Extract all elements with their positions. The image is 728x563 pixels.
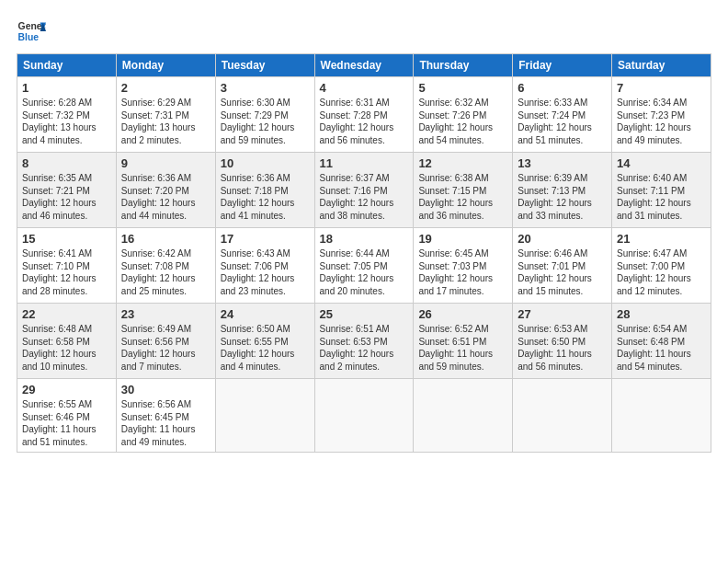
day-info: Sunrise: 6:41 AM Sunset: 7:10 PM Dayligh… bbox=[22, 247, 111, 297]
day-info: Sunrise: 6:34 AM Sunset: 7:23 PM Dayligh… bbox=[617, 97, 706, 146]
day-number: 2 bbox=[121, 81, 210, 95]
weekday-header-row: SundayMondayTuesdayWednesdayThursdayFrid… bbox=[17, 54, 711, 77]
svg-text:Blue: Blue bbox=[18, 32, 40, 42]
day-info: Sunrise: 6:40 AM Sunset: 7:11 PM Dayligh… bbox=[617, 172, 706, 222]
day-number: 25 bbox=[320, 307, 409, 321]
day-info: Sunrise: 6:53 AM Sunset: 6:50 PM Dayligh… bbox=[518, 323, 607, 373]
calendar-cell bbox=[513, 379, 612, 453]
calendar-cell: 20Sunrise: 6:46 AM Sunset: 7:01 PM Dayli… bbox=[513, 228, 612, 304]
weekday-header-saturday: Saturday bbox=[612, 54, 711, 77]
day-number: 29 bbox=[22, 383, 111, 396]
calendar-cell: 28Sunrise: 6:54 AM Sunset: 6:48 PM Dayli… bbox=[612, 304, 711, 379]
day-number: 27 bbox=[518, 307, 607, 321]
day-number: 28 bbox=[617, 307, 706, 321]
weekday-header-wednesday: Wednesday bbox=[314, 54, 414, 77]
calendar-cell: 18Sunrise: 6:44 AM Sunset: 7:05 PM Dayli… bbox=[314, 228, 414, 304]
day-number: 21 bbox=[617, 232, 706, 246]
calendar-cell: 10Sunrise: 6:36 AM Sunset: 7:18 PM Dayli… bbox=[215, 153, 314, 228]
day-number: 19 bbox=[418, 232, 507, 246]
week-row-2: 8Sunrise: 6:35 AM Sunset: 7:21 PM Daylig… bbox=[17, 153, 711, 228]
day-number: 8 bbox=[22, 156, 111, 170]
day-number: 13 bbox=[518, 156, 607, 170]
weekday-header-friday: Friday bbox=[513, 54, 612, 77]
day-info: Sunrise: 6:45 AM Sunset: 7:03 PM Dayligh… bbox=[418, 247, 507, 297]
day-number: 11 bbox=[320, 156, 409, 170]
weekday-header-sunday: Sunday bbox=[17, 54, 117, 77]
day-number: 15 bbox=[22, 232, 111, 246]
day-info: Sunrise: 6:35 AM Sunset: 7:21 PM Dayligh… bbox=[22, 172, 111, 222]
day-info: Sunrise: 6:28 AM Sunset: 7:32 PM Dayligh… bbox=[22, 97, 111, 146]
day-info: Sunrise: 6:42 AM Sunset: 7:08 PM Dayligh… bbox=[121, 247, 210, 297]
day-info: Sunrise: 6:30 AM Sunset: 7:29 PM Dayligh… bbox=[221, 97, 310, 146]
calendar-table: SundayMondayTuesdayWednesdayThursdayFrid… bbox=[17, 53, 711, 453]
day-number: 5 bbox=[418, 81, 507, 95]
calendar-cell: 23Sunrise: 6:49 AM Sunset: 6:56 PM Dayli… bbox=[116, 304, 215, 379]
day-number: 1 bbox=[22, 81, 111, 95]
calendar-cell: 16Sunrise: 6:42 AM Sunset: 7:08 PM Dayli… bbox=[116, 228, 215, 304]
day-info: Sunrise: 6:47 AM Sunset: 7:00 PM Dayligh… bbox=[617, 247, 706, 297]
calendar-cell bbox=[215, 379, 314, 453]
logo-icon: General Blue bbox=[17, 17, 46, 46]
day-info: Sunrise: 6:44 AM Sunset: 7:05 PM Dayligh… bbox=[320, 247, 409, 297]
day-info: Sunrise: 6:48 AM Sunset: 6:58 PM Dayligh… bbox=[22, 323, 111, 373]
day-info: Sunrise: 6:55 AM Sunset: 6:46 PM Dayligh… bbox=[22, 398, 111, 448]
calendar-cell: 13Sunrise: 6:39 AM Sunset: 7:13 PM Dayli… bbox=[513, 153, 612, 228]
day-number: 26 bbox=[418, 307, 507, 321]
day-number: 9 bbox=[121, 156, 210, 170]
day-number: 17 bbox=[221, 232, 310, 246]
calendar-cell: 9Sunrise: 6:36 AM Sunset: 7:20 PM Daylig… bbox=[116, 153, 215, 228]
day-number: 18 bbox=[320, 232, 409, 246]
calendar-cell bbox=[612, 379, 711, 453]
calendar-cell: 15Sunrise: 6:41 AM Sunset: 7:10 PM Dayli… bbox=[17, 228, 117, 304]
day-info: Sunrise: 6:36 AM Sunset: 7:20 PM Dayligh… bbox=[121, 172, 210, 222]
day-info: Sunrise: 6:31 AM Sunset: 7:28 PM Dayligh… bbox=[320, 97, 409, 146]
day-info: Sunrise: 6:51 AM Sunset: 6:53 PM Dayligh… bbox=[320, 323, 409, 373]
day-number: 20 bbox=[518, 232, 607, 246]
calendar-cell bbox=[414, 379, 513, 453]
day-info: Sunrise: 6:52 AM Sunset: 6:51 PM Dayligh… bbox=[418, 323, 507, 373]
day-info: Sunrise: 6:36 AM Sunset: 7:18 PM Dayligh… bbox=[221, 172, 310, 222]
calendar-cell: 4Sunrise: 6:31 AM Sunset: 7:28 PM Daylig… bbox=[314, 77, 414, 153]
day-info: Sunrise: 6:38 AM Sunset: 7:15 PM Dayligh… bbox=[418, 172, 507, 222]
day-number: 14 bbox=[617, 156, 706, 170]
calendar-cell: 27Sunrise: 6:53 AM Sunset: 6:50 PM Dayli… bbox=[513, 304, 612, 379]
day-info: Sunrise: 6:49 AM Sunset: 6:56 PM Dayligh… bbox=[121, 323, 210, 373]
page-container: General Blue SundayMondayTuesdayWednesda… bbox=[0, 0, 728, 462]
calendar-cell: 17Sunrise: 6:43 AM Sunset: 7:06 PM Dayli… bbox=[215, 228, 314, 304]
day-number: 12 bbox=[418, 156, 507, 170]
calendar-cell: 26Sunrise: 6:52 AM Sunset: 6:51 PM Dayli… bbox=[414, 304, 513, 379]
day-number: 30 bbox=[121, 383, 210, 396]
week-row-1: 1Sunrise: 6:28 AM Sunset: 7:32 PM Daylig… bbox=[17, 77, 711, 153]
week-row-3: 15Sunrise: 6:41 AM Sunset: 7:10 PM Dayli… bbox=[17, 228, 711, 304]
calendar-cell: 14Sunrise: 6:40 AM Sunset: 7:11 PM Dayli… bbox=[612, 153, 711, 228]
day-number: 10 bbox=[221, 156, 310, 170]
calendar-cell: 22Sunrise: 6:48 AM Sunset: 6:58 PM Dayli… bbox=[17, 304, 117, 379]
day-info: Sunrise: 6:37 AM Sunset: 7:16 PM Dayligh… bbox=[320, 172, 409, 222]
day-info: Sunrise: 6:43 AM Sunset: 7:06 PM Dayligh… bbox=[221, 247, 310, 297]
weekday-header-tuesday: Tuesday bbox=[215, 54, 314, 77]
day-info: Sunrise: 6:32 AM Sunset: 7:26 PM Dayligh… bbox=[418, 97, 507, 146]
day-number: 23 bbox=[121, 307, 210, 321]
calendar-cell: 19Sunrise: 6:45 AM Sunset: 7:03 PM Dayli… bbox=[414, 228, 513, 304]
day-number: 6 bbox=[518, 81, 607, 95]
logo: General Blue bbox=[17, 17, 50, 46]
day-number: 24 bbox=[221, 307, 310, 321]
calendar-cell: 6Sunrise: 6:33 AM Sunset: 7:24 PM Daylig… bbox=[513, 77, 612, 153]
calendar-cell: 2Sunrise: 6:29 AM Sunset: 7:31 PM Daylig… bbox=[116, 77, 215, 153]
calendar-cell: 24Sunrise: 6:50 AM Sunset: 6:55 PM Dayli… bbox=[215, 304, 314, 379]
day-number: 16 bbox=[121, 232, 210, 246]
week-row-5: 29Sunrise: 6:55 AM Sunset: 6:46 PM Dayli… bbox=[17, 379, 711, 453]
day-info: Sunrise: 6:46 AM Sunset: 7:01 PM Dayligh… bbox=[518, 247, 607, 297]
calendar-cell: 12Sunrise: 6:38 AM Sunset: 7:15 PM Dayli… bbox=[414, 153, 513, 228]
week-row-4: 22Sunrise: 6:48 AM Sunset: 6:58 PM Dayli… bbox=[17, 304, 711, 379]
day-info: Sunrise: 6:39 AM Sunset: 7:13 PM Dayligh… bbox=[518, 172, 607, 222]
calendar-cell: 8Sunrise: 6:35 AM Sunset: 7:21 PM Daylig… bbox=[17, 153, 117, 228]
calendar-cell: 1Sunrise: 6:28 AM Sunset: 7:32 PM Daylig… bbox=[17, 77, 117, 153]
header: General Blue bbox=[17, 17, 711, 46]
calendar-cell: 11Sunrise: 6:37 AM Sunset: 7:16 PM Dayli… bbox=[314, 153, 414, 228]
day-number: 4 bbox=[320, 81, 409, 95]
day-info: Sunrise: 6:29 AM Sunset: 7:31 PM Dayligh… bbox=[121, 97, 210, 146]
calendar-cell: 3Sunrise: 6:30 AM Sunset: 7:29 PM Daylig… bbox=[215, 77, 314, 153]
day-info: Sunrise: 6:33 AM Sunset: 7:24 PM Dayligh… bbox=[518, 97, 607, 146]
day-info: Sunrise: 6:56 AM Sunset: 6:45 PM Dayligh… bbox=[121, 398, 210, 448]
